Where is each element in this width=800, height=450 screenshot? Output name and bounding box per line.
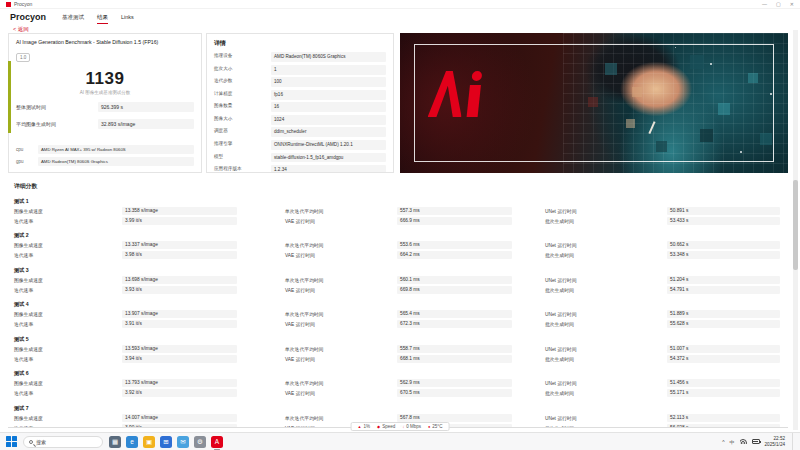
metric-label: 图像生成速度	[8, 277, 122, 283]
taskbar-app-icons: ▦ e ▣ ⊞ ✉ ⚙ A	[109, 436, 223, 448]
metric-value: 567.8 ms	[397, 414, 512, 422]
detail-label: 图像大小	[214, 115, 266, 121]
detail-row: 应用程序版本 1.2.34	[214, 165, 386, 173]
mosaic-pixel	[632, 87, 642, 97]
hidden-icons-chevron[interactable]: ^	[722, 439, 724, 445]
detail-label: 批次大小	[214, 65, 266, 71]
taskbar-app-icon[interactable]: e	[126, 436, 138, 448]
metric-value: 51.007 s	[667, 345, 780, 353]
taskbar-app-icon[interactable]: ▣	[143, 436, 155, 448]
metric-value: 672.3 ms	[397, 320, 512, 328]
metric-label: 迭代速率	[8, 287, 122, 293]
result-row: 迭代速率3.93 it/sVAE 运行时间669.8 ms批次生成时间54.79…	[8, 285, 788, 295]
metric-label: 图像生成速度	[8, 415, 122, 421]
minimize-button[interactable]: —	[762, 0, 767, 9]
close-button[interactable]: ✕	[790, 0, 794, 9]
result-group-title: 测试 3	[14, 267, 788, 275]
metric-label: 单次迭代平均时间	[237, 242, 397, 248]
performance-monitor-widget[interactable]: ▲ 1% ◆ Speed ↓ 0 Mbps ● 25°C	[351, 422, 450, 431]
taskbar-app-icon[interactable]: ▦	[109, 436, 121, 448]
ime-indicator[interactable]: 中	[730, 439, 735, 445]
wifi-icon[interactable]	[740, 439, 747, 444]
metric-value: 664.2 ms	[397, 251, 512, 259]
maximize-button[interactable]: ▢	[776, 0, 781, 9]
metric-label: 迭代速率	[8, 252, 122, 258]
monitor-item: ↓ 0 Mbps	[402, 424, 421, 429]
result-group-title: 测试 2	[14, 232, 788, 240]
result-group-title: 测试 5	[14, 336, 788, 344]
metric-value: 56.028 s	[667, 424, 780, 429]
show-desktop-button[interactable]	[792, 433, 794, 450]
monitor-item: ▲ 1%	[358, 424, 370, 429]
results-table: 测试 1图像生成速度13.358 s/image单次迭代平均时间557.3 ms…	[8, 198, 788, 429]
metric-label: 单次迭代平均时间	[237, 208, 397, 214]
app-nav: Procyon 基准测试 结果 Links	[0, 9, 800, 25]
detail-label: 图像数量	[214, 102, 266, 108]
result-row: 图像生成速度14.007 s/image单次迭代平均时间567.8 msUNet…	[8, 413, 788, 423]
mosaic-pixel	[748, 73, 758, 83]
details-field-list: 推理设备 AMD Radeon(TM) 8060S Graphics 批次大小 …	[214, 52, 386, 173]
metric-value: 3.92 it/s	[122, 389, 237, 397]
metric-label: 批次生成时间	[512, 425, 667, 429]
taskbar-app-icon[interactable]: A	[211, 436, 223, 448]
monitor-item-text: 1%	[364, 424, 371, 429]
result-group: 测试 5图像生成速度13.593 s/image单次迭代平均时间558.7 ms…	[8, 336, 788, 364]
cpu-label: cpu	[16, 147, 34, 152]
metric-label: UNet 运行时间	[512, 346, 667, 352]
start-button[interactable]	[6, 436, 17, 447]
detail-value: 100	[271, 77, 386, 87]
procyon-ai-logo	[428, 71, 483, 117]
metric-value: 14.007 s/image	[122, 414, 237, 422]
scrollbar-thumb[interactable]	[793, 180, 798, 270]
taskbar-clock[interactable]: 22:52 2025/1/24	[765, 436, 785, 447]
result-group: 测试 3图像生成速度13.698 s/image单次迭代平均时间560.1 ms…	[8, 267, 788, 295]
particle-dot	[770, 93, 772, 95]
window-title: Procyon	[14, 1, 32, 7]
metric-label: 批次生成时间	[512, 321, 667, 327]
windows-taskbar: 搜索 ▦ e ▣ ⊞ ✉ ⚙ A ^ 中 22:52 2025/1/24	[0, 432, 800, 450]
metric-label: 图像生成速度	[8, 311, 122, 317]
detail-row: 调度器 ddim_scheduler	[214, 127, 386, 137]
monitor-item-icon: ↓	[402, 424, 404, 429]
metric-value: 53.433 s	[667, 217, 780, 225]
metric-label: 迭代速率	[8, 218, 122, 224]
ai-logo-dot	[471, 71, 482, 81]
taskbar-app-icon[interactable]: ✉	[177, 436, 189, 448]
battery-icon[interactable]	[752, 439, 760, 444]
taskbar-app-icon[interactable]: ⊞	[160, 436, 172, 448]
detail-value: stable-diffusion-1.5_fp16_amdgpu	[271, 153, 386, 163]
tab-results[interactable]: 结果	[97, 9, 108, 25]
tab-links[interactable]: Links	[121, 9, 134, 25]
metric-value: 13.358 s/image	[122, 207, 237, 215]
monitor-item-icon: ▲	[358, 424, 362, 429]
detail-value: 1024	[271, 115, 386, 125]
metric-label: 批次生成时间	[512, 252, 667, 258]
monitor-item: ● 25°C	[428, 424, 442, 429]
clock-date: 2025/1/24	[765, 442, 785, 448]
metric-value: 666.9 ms	[397, 217, 512, 225]
tab-benchmarks[interactable]: 基准测试	[62, 9, 84, 25]
metric-value: 565.4 ms	[397, 310, 512, 318]
detail-label: 推理设备	[214, 52, 266, 58]
benchmark-version-chip: 1.0	[16, 53, 30, 62]
system-tray: ^ 中 22:52 2025/1/24	[722, 433, 794, 450]
metric-label: 迭代速率	[8, 321, 122, 327]
taskbar-search[interactable]: 搜索	[23, 436, 103, 448]
taskbar-app-icon[interactable]: ⚙	[194, 436, 206, 448]
vertical-scrollbar[interactable]	[793, 30, 798, 430]
metric-label: 批次生成时间	[512, 390, 667, 396]
metric-value: 54.791 s	[667, 286, 780, 294]
result-row: 图像生成速度13.337 s/image单次迭代平均时间553.6 msUNet…	[8, 240, 788, 250]
mosaic-pixel	[656, 141, 667, 152]
result-group: 测试 2图像生成速度13.337 s/image单次迭代平均时间553.6 ms…	[8, 232, 788, 260]
metric-label: UNet 运行时间	[512, 380, 667, 386]
ai-logo-letter-i	[467, 71, 483, 117]
back-link[interactable]: < 返回	[13, 26, 29, 33]
detail-value: 1.2.34	[271, 165, 386, 173]
detailed-results-section: 详细分数 测试 1图像生成速度13.358 s/image单次迭代平均时间557…	[8, 179, 788, 428]
avg-image-time-value: 32.893 s/image	[98, 119, 194, 129]
detail-value: 16	[271, 102, 386, 112]
detailed-results-title: 详细分数	[14, 182, 788, 191]
metric-value: 553.6 ms	[397, 241, 512, 249]
metric-label: 单次迭代平均时间	[237, 311, 397, 317]
